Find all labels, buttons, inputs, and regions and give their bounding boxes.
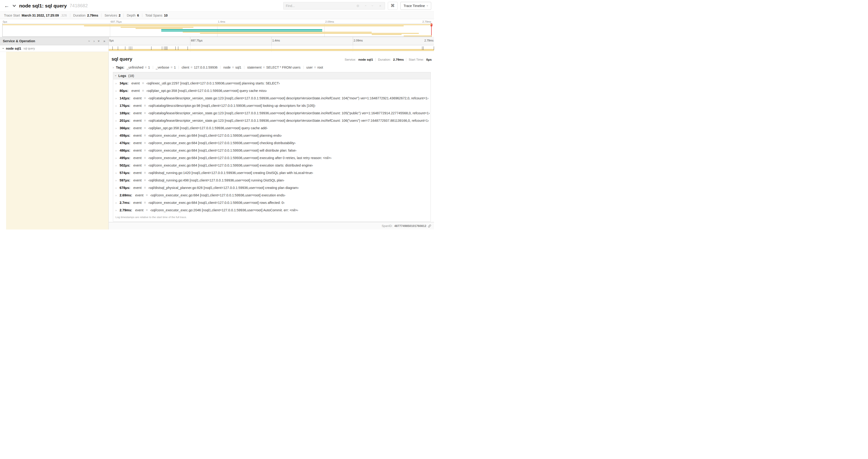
log-row[interactable]: › 574μs: event = ‹sql/distsql_running.go… (113, 169, 431, 177)
collapse-all-icon[interactable]: » (97, 40, 101, 42)
log-row[interactable]: › 597μs: event = ‹sql/distsql_running.go… (113, 177, 431, 184)
log-row[interactable]: › 502μs: event = ‹sql/conn_executor_exec… (113, 162, 431, 169)
span-collapse-chevron-icon[interactable]: › (2, 48, 5, 49)
log-field-key: event (131, 89, 140, 93)
log-row[interactable]: › 366μs: event = ‹sql/plan_opt.go:358 [n… (113, 125, 431, 132)
service-value: node sql1 (359, 58, 373, 61)
log-equals: = (144, 126, 146, 130)
tick-label: 0μs (2, 20, 7, 23)
log-row[interactable]: › 2.7ms: event = ‹sql/conn_executor_exec… (113, 199, 431, 207)
log-equals: = (144, 119, 146, 123)
log-marker-tick (129, 46, 129, 50)
minimap-canvas[interactable] (2, 23, 432, 37)
minimap-scrubber[interactable] (431, 24, 432, 37)
span-row-name-column[interactable]: › node sql1 sql query (0, 45, 109, 52)
minimap-span-bar (183, 32, 371, 33)
log-timestamp: 80μs: (120, 89, 128, 93)
log-field-value: ‹sql/conn_executor_exec.go:684 [nsql1,cl… (148, 149, 296, 152)
summary-total-spans: Total Spans 10 (142, 13, 171, 17)
log-row[interactable]: › 476μs: event = ‹sql/conn_executor_exec… (113, 139, 431, 147)
expand-all-icon[interactable]: » (103, 39, 105, 43)
log-marker-tick (434, 46, 434, 50)
log-row[interactable]: › 486μs: event = ‹sql/conn_executor_exec… (113, 147, 431, 154)
tick-label: 697.75μs (190, 39, 203, 42)
log-field-key: event (135, 208, 143, 212)
log-field-key: event (133, 141, 142, 145)
logs-accordion-header[interactable]: › Logs (18) (113, 72, 431, 79)
detail-meta: Service: node sql1 Duration: 2.79ms Star… (345, 58, 432, 61)
chevron-right-icon: › (116, 194, 117, 197)
tick-label: 697.75μs (110, 20, 122, 23)
log-row[interactable]: › 176μs: event = ‹sql/catalog/descs/desc… (113, 102, 431, 110)
log-field-value: ‹sql/distsql_running.go:498 [nsql1,clien… (148, 178, 284, 182)
duration-label: Duration (73, 13, 86, 17)
collapse-one-icon[interactable]: › (88, 40, 91, 41)
log-equals: = (144, 186, 146, 190)
tag-item: user = root (306, 66, 323, 69)
log-marker-tick (125, 46, 125, 50)
back-button[interactable]: ← (3, 3, 11, 9)
log-row[interactable]: › 201μs: event = ‹sql/catalog/lease/desc… (113, 117, 431, 125)
log-field-value: ‹sql/distsql_physical_planner.go:828 [ns… (148, 186, 299, 190)
chevron-right-icon: › (116, 156, 117, 160)
log-equals: = (144, 156, 146, 160)
find-nav-icons: ⊕ › › × (355, 4, 383, 8)
log-equals: = (144, 201, 146, 204)
tag-equals: = (145, 66, 147, 69)
view-options-button[interactable]: Trace Timeline › (400, 2, 431, 10)
log-equals: = (144, 104, 146, 107)
log-field-key: event (133, 126, 142, 130)
tick-label: 2.09ms (353, 39, 363, 42)
log-equals: = (144, 134, 146, 137)
keyboard-shortcuts-button[interactable]: ⌘ (388, 2, 398, 10)
log-timestamp: 502μs: (120, 163, 130, 167)
prev-match-icon[interactable]: › (362, 4, 368, 8)
clear-find-icon[interactable]: × (377, 4, 383, 8)
chevron-right-icon: › (116, 201, 117, 204)
log-field-value: ‹sql/catalog/lease/descriptor_version_st… (148, 96, 428, 100)
log-row[interactable]: › 189μs: event = ‹sql/catalog/lease/desc… (113, 110, 431, 117)
log-timestamp: 2.69ms: (120, 193, 132, 197)
log-equals: = (142, 89, 144, 93)
tick-label: 0μs (109, 39, 114, 42)
logs-footnote: Log timestamps are relative to the start… (113, 214, 431, 221)
logs-count: (18) (128, 74, 134, 78)
span-row[interactable]: › node sql1 sql query (0, 45, 434, 52)
find-input[interactable] (283, 4, 353, 8)
log-equals: = (144, 96, 146, 100)
service-operation-header: Service & Operation › › » » (0, 37, 109, 45)
tag-equals: = (314, 66, 316, 69)
log-field-value: ‹sql/conn_executor_exec.go:2046 [nsql1,c… (150, 208, 298, 212)
log-row[interactable]: › 495μs: event = ‹sql/conn_executor_exec… (113, 154, 431, 162)
log-field-key: event (133, 163, 142, 167)
log-row[interactable]: › 678μs: event = ‹sql/distsql_physical_p… (113, 184, 431, 192)
log-field-value: ‹sql/conn_executor_exec.go:684 [nsql1,cl… (150, 193, 285, 197)
log-row[interactable]: › 2.69ms: event = ‹sql/conn_executor_exe… (113, 192, 431, 199)
tag-key: user (306, 66, 313, 69)
tag-key: _verbose (156, 66, 169, 69)
log-field-key: event (133, 119, 142, 123)
log-row[interactable]: › 2.79ms: event = ‹sql/conn_executor_exe… (113, 207, 431, 214)
log-row[interactable]: › 34μs: event = ‹sql/exec_util.go:2297 [… (113, 80, 431, 87)
span-duration-bar[interactable] (109, 49, 434, 51)
tag-equals: = (170, 66, 173, 69)
chevron-right-icon: › (116, 141, 117, 145)
log-row[interactable]: › 142μs: event = ‹sql/catalog/lease/desc… (113, 95, 431, 102)
tick-label: 1.4ms (271, 39, 280, 42)
expand-one-icon[interactable]: › (94, 39, 95, 43)
next-match-icon[interactable]: › (370, 4, 376, 8)
trace-title: node sql1: sql query (19, 3, 67, 9)
focus-match-icon[interactable]: ⊕ (355, 4, 361, 8)
tag-value: 1 (174, 66, 176, 69)
log-row[interactable]: › 80μs: event = ‹sql/plan_opt.go:358 [ns… (113, 87, 431, 95)
tag-value: sql1 (236, 66, 242, 69)
deep-link-icon[interactable] (428, 224, 431, 228)
trace-title-chevron-icon[interactable] (12, 4, 16, 8)
tags-accordion[interactable]: › Tags: _unfinished = 1 _verbose = 1 cli… (112, 65, 432, 72)
log-marker-tick (164, 46, 164, 50)
log-row[interactable]: › 459μs: event = ‹sql/conn_executor_exec… (113, 132, 431, 139)
detail-duration-value: 2.79ms (393, 58, 404, 61)
minimap-span-bar (404, 35, 432, 36)
log-field-value: ‹sql/distsql_running.go:1420 [nsql1,clie… (148, 171, 313, 175)
span-row-timeline[interactable] (109, 45, 434, 52)
